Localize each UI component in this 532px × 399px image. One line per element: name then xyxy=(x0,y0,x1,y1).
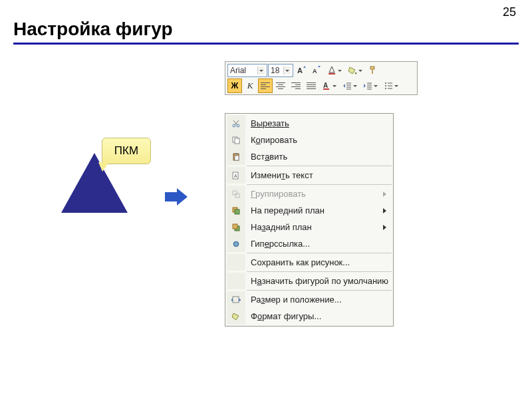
size-icon xyxy=(227,291,245,308)
svg-point-16 xyxy=(385,82,386,84)
chevron-down-icon[interactable] xyxy=(283,66,291,74)
chevron-down-icon[interactable] xyxy=(257,66,265,74)
blank-icon xyxy=(227,273,245,289)
format-painter-button[interactable] xyxy=(366,63,380,78)
svg-rect-7 xyxy=(323,88,329,90)
toolbar-row-2: Ж К A xyxy=(227,78,415,93)
bring-front-icon xyxy=(227,202,245,219)
paste-icon xyxy=(227,148,245,165)
page-header: Настройка фигур xyxy=(13,19,519,40)
chevron-right-icon xyxy=(383,192,386,197)
svg-rect-36 xyxy=(235,209,239,214)
group-icon xyxy=(227,186,245,202)
blank-icon xyxy=(227,254,245,271)
svg-point-18 xyxy=(385,88,386,89)
svg-rect-38 xyxy=(233,224,237,229)
chevron-right-icon xyxy=(383,225,386,230)
font-size-value: 18 xyxy=(271,66,279,75)
svg-rect-30 xyxy=(235,156,239,160)
italic-button[interactable]: К xyxy=(243,78,257,93)
svg-text:A: A xyxy=(297,66,303,74)
menu-send-back[interactable]: На задний план xyxy=(227,219,392,235)
font-color-button[interactable] xyxy=(325,63,344,78)
svg-text:A: A xyxy=(313,68,317,74)
format-shape-icon xyxy=(227,308,245,325)
send-back-icon xyxy=(227,219,245,235)
svg-point-17 xyxy=(385,85,386,86)
shrink-font-button[interactable]: A xyxy=(309,63,324,78)
menu-separator xyxy=(247,290,392,291)
increase-indent-button[interactable] xyxy=(360,78,380,93)
svg-rect-4 xyxy=(370,66,374,69)
menu-size-position[interactable]: Размер и положение... xyxy=(227,291,392,308)
text-highlight-button[interactable]: A xyxy=(319,78,339,93)
svg-point-3 xyxy=(355,72,357,74)
menu-separator xyxy=(247,253,392,253)
svg-point-39 xyxy=(233,241,239,247)
menu-cut[interactable]: Вырезать xyxy=(227,115,392,132)
chevron-right-icon xyxy=(383,208,386,213)
page-title: Настройка фигур xyxy=(13,19,519,40)
scissors-icon xyxy=(227,115,245,132)
grow-font-button[interactable]: A xyxy=(294,63,309,78)
menu-separator xyxy=(247,166,392,166)
svg-rect-40 xyxy=(233,297,239,303)
svg-rect-2 xyxy=(329,73,335,74)
callout-label: ПКМ xyxy=(102,138,151,164)
align-justify-button[interactable] xyxy=(304,78,319,93)
bullets-button[interactable] xyxy=(381,78,401,93)
shape-fill-button[interactable] xyxy=(345,63,365,78)
context-menu: Вырезать Копировать Вставить A Изменить … xyxy=(225,113,394,327)
bold-button[interactable]: Ж xyxy=(227,78,242,93)
menu-save-as-picture[interactable]: Сохранить как рисунок... xyxy=(227,254,392,271)
page-number: 25 xyxy=(503,5,516,19)
svg-rect-5 xyxy=(372,69,373,74)
align-center-button[interactable] xyxy=(273,78,288,93)
svg-text:A: A xyxy=(234,174,237,178)
mini-toolbar: Arial 18 A A Ж К xyxy=(225,61,418,95)
menu-paste[interactable]: Вставить xyxy=(227,148,392,165)
svg-text:A: A xyxy=(323,82,328,89)
toolbar-row-1: Arial 18 A A xyxy=(227,63,415,78)
menu-format-shape[interactable]: Формат фигуры... xyxy=(227,308,392,325)
copy-icon xyxy=(227,132,245,148)
menu-edit-text[interactable]: A Изменить текст xyxy=(227,167,392,184)
align-left-button[interactable] xyxy=(258,78,273,93)
decrease-indent-button[interactable] xyxy=(340,78,360,93)
font-name-combo[interactable]: Arial xyxy=(227,64,267,77)
menu-hyperlink[interactable]: Гиперссылка... xyxy=(227,235,392,252)
svg-rect-33 xyxy=(233,191,237,195)
svg-rect-34 xyxy=(235,194,239,198)
menu-set-default[interactable]: Назначить фигурой по умолчанию xyxy=(227,273,392,289)
align-right-button[interactable] xyxy=(289,78,303,93)
font-name-value: Arial xyxy=(230,66,246,75)
hyperlink-icon xyxy=(227,235,245,252)
menu-separator xyxy=(247,184,392,185)
title-underline xyxy=(13,43,519,45)
svg-rect-29 xyxy=(235,153,237,154)
font-size-combo[interactable]: 18 xyxy=(268,64,293,77)
menu-group: Группировать xyxy=(227,186,392,202)
edit-text-icon: A xyxy=(227,167,245,184)
menu-bring-front[interactable]: На передний план xyxy=(227,202,392,219)
svg-rect-27 xyxy=(235,138,239,144)
menu-separator xyxy=(247,271,392,272)
menu-copy[interactable]: Копировать xyxy=(227,132,392,148)
